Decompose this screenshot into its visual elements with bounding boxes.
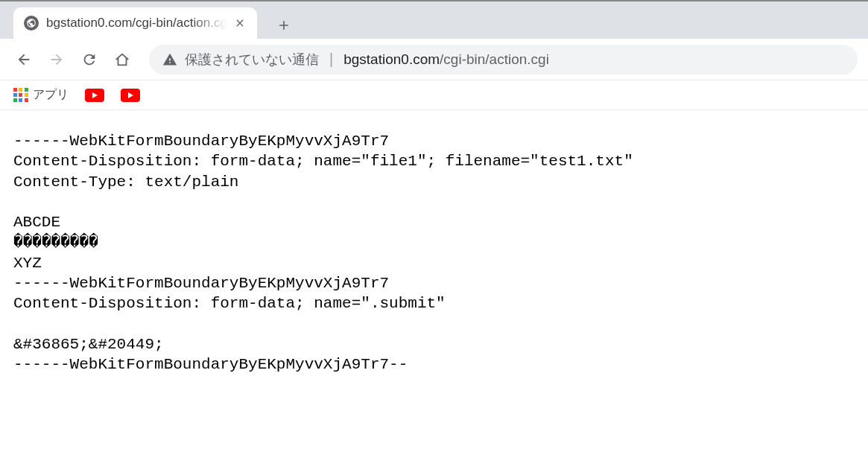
content-line: Content-Disposition: form-data; name=".s…: [13, 295, 446, 312]
new-tab-button[interactable]: [270, 12, 297, 39]
content-line: ���������: [13, 234, 98, 251]
back-button[interactable]: [10, 46, 37, 73]
address-url: bgstation0.com/cgi-bin/action.cgi: [343, 51, 549, 68]
content-line: ------WebKitFormBoundaryByEKpMyvvXjA9Tr7: [13, 133, 389, 150]
page-content: ------WebKitFormBoundaryByEKpMyvvXjA9Tr7…: [0, 110, 868, 396]
close-icon[interactable]: [233, 16, 247, 30]
tab-bar: bgstation0.com/cgi-bin/action.cg: [0, 1, 868, 39]
content-line: &#36865;&#20449;: [13, 336, 164, 353]
bookmark-youtube-1[interactable]: [85, 89, 104, 102]
toolbar: 保護されていない通信 | bgstation0.com/cgi-bin/acti…: [0, 39, 868, 80]
bookmark-youtube-2[interactable]: [121, 89, 140, 102]
content-line: ------WebKitFormBoundaryByEKpMyvvXjA9Tr7…: [13, 356, 408, 373]
bookmarks-bar: アプリ: [0, 80, 868, 110]
forward-button[interactable]: [43, 46, 70, 73]
address-separator: |: [329, 51, 333, 68]
content-line: ------WebKitFormBoundaryByEKpMyvvXjA9Tr7: [13, 275, 389, 292]
content-line: XYZ: [13, 255, 42, 272]
tab-title: bgstation0.com/cgi-bin/action.cg: [46, 16, 227, 31]
youtube-icon: [85, 89, 104, 102]
content-line: Content-Type: text/plain: [13, 173, 238, 191]
not-secure-icon[interactable]: [162, 52, 177, 67]
apps-label: アプリ: [33, 87, 69, 103]
content-line: ABCDE: [13, 214, 60, 231]
globe-icon: [24, 16, 39, 31]
security-text: 保護されていない通信: [185, 51, 319, 69]
address-bar[interactable]: 保護されていない通信 | bgstation0.com/cgi-bin/acti…: [149, 45, 858, 74]
apps-button[interactable]: アプリ: [13, 87, 69, 103]
youtube-icon: [121, 89, 140, 102]
reload-button[interactable]: [76, 46, 103, 73]
browser-tab[interactable]: bgstation0.com/cgi-bin/action.cg: [13, 7, 257, 39]
home-button[interactable]: [109, 46, 136, 73]
content-line: Content-Disposition: form-data; name="fi…: [13, 153, 633, 170]
apps-icon: [13, 88, 28, 103]
browser-chrome: bgstation0.com/cgi-bin/action.cg 保護されていな…: [0, 0, 868, 110]
